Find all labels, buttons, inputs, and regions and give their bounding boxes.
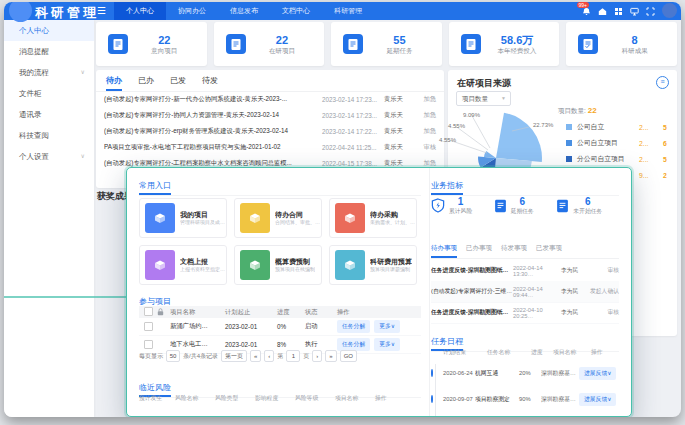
todo-item-row[interactable]: 任务进度反馈-深圳勘测图纸上传完成…2022-04-10 20:25… 李为民审… — [431, 302, 619, 324]
pie-slice[interactable] — [484, 151, 496, 158]
stat-card-annual-funds[interactable]: 58.6万 本年经费投入 — [449, 22, 560, 66]
stat-card-research-results[interactable]: 8 科研成果 — [566, 22, 677, 66]
prev-page-button[interactable]: ‹ — [264, 350, 274, 362]
document-clock-icon — [343, 34, 363, 54]
stat-label: 延期任务 — [363, 46, 436, 55]
panel-title: 在研项目来源 — [457, 77, 511, 90]
monitor-icon[interactable] — [630, 7, 639, 16]
todo-row[interactable]: (自动发起)专家网评打分-协同人力资源管理-黄乐天-2023-02-142023… — [96, 108, 444, 124]
stat-value: 8 — [598, 34, 671, 46]
todo-item-row[interactable]: 任务进度反馈-深圳勘测图纸上传完成…2022-04-14 13:30… 李为民审… — [431, 260, 619, 282]
pie-percent-label: 9.09% — [463, 112, 480, 118]
sidebar-item-tech-lookup[interactable]: 科技查阅 — [4, 125, 94, 146]
sidebar-item-my-flows[interactable]: 我的流程∨ — [4, 62, 94, 83]
row-checkbox[interactable] — [144, 322, 153, 331]
page-number-input[interactable] — [286, 350, 300, 362]
more-button[interactable]: 更多∨ — [374, 320, 400, 333]
prev-fast-button[interactable]: « — [250, 350, 261, 362]
sidebar-item-file-cabinet[interactable]: 文件柜 — [4, 83, 94, 104]
legend-item[interactable]: 公司自立项目 2... 6 — [566, 138, 667, 148]
todo-row[interactable]: PA项目立项审批-水电地下工程勘察项目研究与实施-2021-01-022022-… — [96, 139, 444, 155]
stat-value: 58.6万 — [481, 34, 554, 46]
tab-tosend[interactable]: 待发 — [202, 75, 218, 91]
sidebar-item-personal-center[interactable]: 个人中心 — [4, 20, 94, 41]
notification-badge: 99+ — [577, 2, 589, 8]
quick-entry-grid: 我的项目管理科研项目及成果信息 待办合同合同结算、审批、进度执行 待办采购采购需… — [139, 198, 421, 285]
select-all-checkbox[interactable] — [144, 307, 153, 316]
stat-label: 本年经费投入 — [481, 46, 554, 55]
home-icon[interactable] — [598, 7, 607, 16]
tab-sent[interactable]: 已发 — [170, 75, 186, 91]
quick-tile-procurement[interactable]: 待办采购采购需求、计划、订单、… — [329, 198, 417, 238]
tab-done-items[interactable]: 已办事项 — [466, 244, 492, 258]
quick-tile-budget-prep[interactable]: 概算费预制预算项目在线编制 — [234, 245, 322, 285]
screen: 科研管理 ☰ 个人中心 协同办公 信息发布 文档中心 科研管理 99+ — [0, 0, 685, 425]
per-page-input[interactable] — [166, 350, 180, 362]
go-button[interactable]: GO — [340, 350, 357, 362]
table-header-row: 项目名称 计划起止 进度 状态 操作 — [139, 306, 421, 318]
sidebar-item-messages[interactable]: 消息提醒 — [4, 41, 94, 62]
user-avatar[interactable] — [662, 3, 677, 18]
stat-value: 22 — [128, 34, 201, 46]
more-button[interactable]: 更多∨ — [374, 338, 400, 351]
todo-row[interactable]: (自动发起)专家网评打分-erp财务管理系统建设-黄乐天-2023-02-142… — [96, 124, 444, 140]
fullscreen-icon[interactable] — [646, 7, 655, 16]
tab-done[interactable]: 已办 — [138, 75, 154, 91]
quick-tile-my-projects[interactable]: 我的项目管理科研项目及成果信息 — [139, 198, 227, 238]
tab-todo-items[interactable]: 待办事项 — [431, 244, 457, 258]
cube-icon — [335, 250, 365, 280]
biz-stat-delayed[interactable]: 6延期任务 — [494, 196, 557, 215]
stat-card-delayed-tasks[interactable]: 55 延期任务 — [331, 22, 442, 66]
sidebar-item-settings[interactable]: 个人设置∨ — [4, 146, 94, 167]
row-checkbox[interactable] — [144, 340, 153, 349]
tab-sent-items[interactable]: 已发事项 — [536, 244, 562, 258]
tab-tosend-items[interactable]: 待发事项 — [501, 244, 527, 258]
quick-tile-doc-upload[interactable]: 文档上报上报书资料至指定网站 — [139, 245, 227, 285]
schedule-row[interactable]: 2020-06-24 机网互通 20% 深圳勘察基… 进展反馈∨ — [431, 360, 619, 386]
nav-item-research[interactable]: 科研管理 — [322, 2, 374, 20]
nav-item-info[interactable]: 信息发布 — [218, 2, 270, 20]
quick-entry-modal: 常用入口 我的项目管理科研项目及成果信息 待办合同合同结算、审批、进度执行 待办… — [126, 167, 632, 417]
tab-todo[interactable]: 待办 — [106, 75, 122, 91]
pagination: 每页显示 条/共4条记录 第一页 « ‹ 第 页 › » GO — [139, 350, 357, 362]
cube-icon — [240, 250, 270, 280]
nav-item-docs[interactable]: 文档中心 — [270, 2, 322, 20]
todo-row[interactable]: (自动发起)专家网评打分-新一代办公协同系统建设-黄乐天-2023-...202… — [96, 92, 444, 108]
todo-tabs: 待办 已办 已发 待发 — [96, 70, 444, 92]
panel-menu-icon[interactable]: ≡ — [656, 76, 669, 89]
apps-grid-icon[interactable] — [614, 7, 623, 16]
hamburger-menu-icon[interactable]: ☰ — [97, 6, 106, 16]
nav-item-personal[interactable]: 个人中心 — [114, 2, 166, 20]
biz-stat-notstarted[interactable]: 6未开始任务 — [556, 196, 619, 215]
schedule-row[interactable]: 2020-09-09 项目协调会… 0% 深圳勘察基… 进展反馈∨ — [431, 412, 619, 417]
quick-tile-contracts[interactable]: 待办合同合同结算、审批、进度执行 — [234, 198, 322, 238]
stat-card-active-projects[interactable]: 22 在研项目 — [214, 22, 325, 66]
schedule-row[interactable]: 2020-09-07 项目勘察测定 90% 深圳勘察基… 进展反馈∨ — [431, 386, 619, 412]
progress-feedback-button[interactable]: 进展反馈∨ — [579, 393, 616, 406]
todo-item-row[interactable]: (自动发起)专家网评打分-三维设计…2022-04-14 09:44… 李为民发… — [431, 281, 619, 303]
stat-card-intent-projects[interactable]: 22 意向项目 — [96, 22, 207, 66]
next-page-button[interactable]: › — [312, 350, 322, 362]
section-title-quick-entry: 常用入口 — [139, 180, 171, 195]
sidebar: 个人中心 消息提醒 我的流程∨ 文件柜 通讯录 科技查阅 个人设置∨ — [4, 20, 94, 417]
table-row[interactable]: 新涌广场约… 2023-02-01 0% 启动 任务分解 更多∨ — [139, 318, 421, 336]
app-window: 科研管理 ☰ 个人中心 协同办公 信息发布 文档中心 科研管理 99+ — [4, 2, 681, 417]
quick-tile-research-budget[interactable]: 科研费用预算预算项目课题编制 — [329, 245, 417, 285]
schedule-table-header: 计划结束 任务名称 进度 项目名称 操作 — [431, 348, 619, 357]
next-fast-button[interactable]: » — [325, 350, 336, 362]
nav-item-collab[interactable]: 协同办公 — [166, 2, 218, 20]
stat-cards-row: 22 意向项目 22 在研项目 55 延期任务 58.6万 本年经费投入 — [96, 22, 677, 66]
sidebar-item-contacts[interactable]: 通讯录 — [4, 104, 94, 125]
progress-feedback-button[interactable]: 进展反馈∨ — [579, 367, 616, 380]
task-decompose-button[interactable]: 任务分解 — [337, 320, 370, 333]
legend-item[interactable]: 分公司自立项目 2... 5 — [566, 154, 667, 164]
shield-icon — [431, 198, 445, 213]
legend-item[interactable]: 公司自立 2... 5 — [566, 122, 667, 132]
document-icon — [108, 34, 128, 54]
pie-percent-label: 4.55% — [439, 137, 456, 143]
topbar: 科研管理 ☰ 个人中心 协同办公 信息发布 文档中心 科研管理 99+ — [4, 2, 681, 20]
pie-slice-large[interactable] — [496, 113, 542, 162]
modal-todo-tabs: 待办事项 已办事项 待发事项 已发事项 — [431, 244, 619, 259]
biz-stat-risk[interactable]: 1累计风险 — [431, 196, 494, 215]
first-page-button[interactable]: 第一页 — [221, 350, 247, 362]
